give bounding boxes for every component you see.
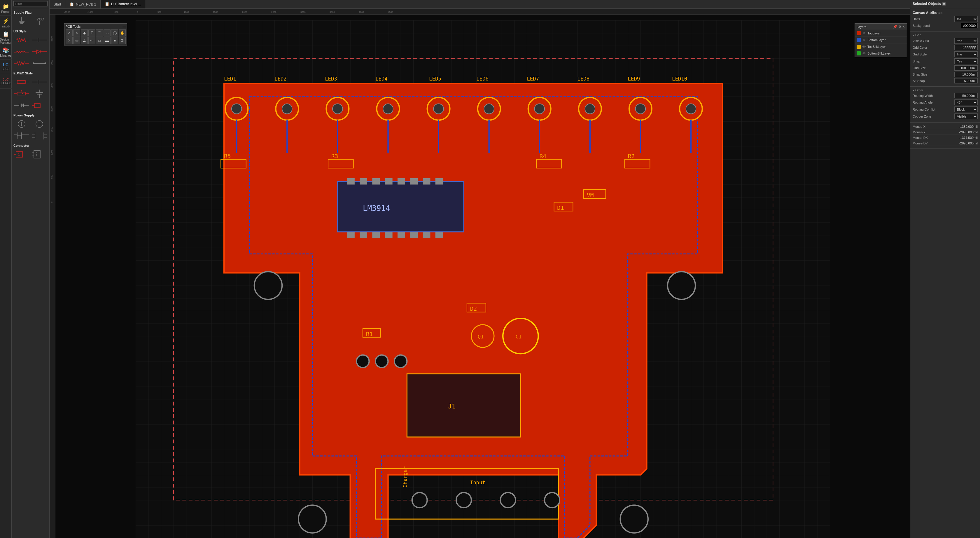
visible-grid-select[interactable]: Yes No: [955, 38, 978, 44]
tool-rect[interactable]: ▭: [73, 37, 80, 44]
grid-style-select[interactable]: line dot: [955, 51, 978, 57]
nav-project[interactable]: 📁 Project: [0, 1, 12, 16]
selected-objects-title: Selected Objects 0: [913, 2, 978, 6]
symbol-ground-circle[interactable]: [31, 119, 48, 129]
symbol-diode-us[interactable]: [31, 46, 48, 57]
power-supply-title: Power Supply: [12, 112, 49, 118]
tool-angle[interactable]: ∠: [81, 37, 88, 44]
project-icon: 📁: [3, 3, 9, 10]
symbol-resistor-eu[interactable]: [13, 77, 30, 87]
layer-topsilk[interactable]: 👁 TopSilkLayer: [855, 43, 907, 50]
svg-text:2000: 2000: [242, 11, 247, 13]
svg-text:-1000: -1000: [51, 150, 53, 156]
layers-pin-icon[interactable]: 📌: [893, 25, 897, 29]
other-title: Other: [915, 88, 923, 92]
svg-text:1500: 1500: [213, 11, 218, 13]
svg-rect-133: [360, 178, 367, 185]
tool-rect3[interactable]: ▬: [103, 37, 111, 44]
routing-conflict-select[interactable]: Block Ignore: [955, 107, 978, 112]
svg-point-179: [501, 492, 515, 508]
layer-topsilk-eye[interactable]: 👁: [862, 45, 865, 48]
symbol-capacitor-eu-2[interactable]: [31, 88, 48, 99]
lcsc-icon: LC: [3, 62, 8, 67]
svg-text:-2500: -2500: [51, 83, 53, 89]
background-color-value[interactable]: #000000: [961, 23, 978, 28]
layer-top-eye[interactable]: 👁: [862, 32, 865, 35]
nav-sidebar: 📁 Project ⚡ EELib 📋 Design Manager 📚 Lib…: [0, 0, 12, 538]
symbol-resistor-us[interactable]: [13, 35, 30, 45]
svg-text:500: 500: [158, 11, 162, 13]
svg-text:-500: -500: [51, 175, 53, 180]
symbol-capacitor-eu[interactable]: [31, 77, 48, 87]
mouse-x-row: Mouse-X -1380.000mil: [913, 124, 978, 129]
pcb-canvas[interactable]: -3500 -3000 -2500 -2000 -1500 -1000 -500…: [49, 14, 910, 538]
svg-point-120: [535, 104, 544, 114]
pcb-tools-minimize[interactable]: —: [123, 25, 126, 28]
tool-misc[interactable]: ⊡: [119, 37, 126, 44]
symbol-gnd[interactable]: [13, 16, 30, 27]
mouse-dy-row: Mouse-DY -2895.000mil: [913, 141, 978, 146]
tool-square[interactable]: ■: [111, 37, 118, 44]
tab-diy-battery[interactable]: 📋 DIY Battery level ...: [100, 0, 146, 8]
symbol-transformer[interactable]: [31, 131, 48, 141]
svg-point-116: [433, 104, 444, 114]
tool-close[interactable]: ✕: [65, 37, 73, 44]
symbol-resistor-var[interactable]: [13, 58, 30, 68]
symbol-vcc-circle[interactable]: [13, 119, 30, 129]
tool-circle[interactable]: ○: [73, 29, 80, 37]
grid-color-value[interactable]: #FFFFFF: [955, 45, 978, 50]
layers-header-icons: 📌 ⚙ ✕: [893, 25, 905, 29]
nav-jlcpcb[interactable]: JLC JLCPCB: [0, 74, 12, 89]
svg-text:-1000: -1000: [88, 11, 94, 13]
symbol-battery[interactable]: [13, 100, 30, 111]
svg-text:1: 1: [36, 104, 38, 108]
nav-design-manager[interactable]: 📋 Design Manager: [0, 30, 12, 45]
tab-new-pcb[interactable]: 📋 NEW_PCB 2: [65, 0, 100, 8]
tool-text[interactable]: T: [88, 29, 95, 37]
layer-top[interactable]: 👁 TopLayer: [855, 30, 907, 37]
symbol-capacitor-us[interactable]: [31, 35, 48, 45]
layers-panel: Layers 📌 ⚙ ✕ 👁 TopLayer: [854, 23, 907, 57]
tool-arc2[interactable]: ⌓: [103, 29, 111, 37]
layer-bottomsilk[interactable]: 👁 BottomSilkLayer: [855, 50, 907, 57]
svg-point-180: [544, 492, 560, 508]
svg-point-168: [255, 272, 282, 299]
tool-pin[interactable]: ◆: [81, 29, 88, 37]
copper-zone-select[interactable]: Visible Hidden: [955, 113, 978, 119]
tool-select[interactable]: ↗: [65, 29, 73, 37]
layer-bottom[interactable]: 👁 BottomLayer: [855, 37, 907, 43]
svg-point-114: [383, 104, 393, 114]
tool-circle2[interactable]: ◯: [111, 29, 118, 37]
nav-libraries[interactable]: 📚 Libraries: [0, 45, 12, 59]
tool-dot[interactable]: ⋯: [88, 37, 95, 44]
symbol-short[interactable]: [31, 58, 48, 68]
svg-text:-1500: -1500: [51, 127, 53, 133]
symbol-resistor-eu-2[interactable]: [13, 88, 30, 99]
routing-angle-select[interactable]: 45° 90° Free: [955, 99, 978, 105]
tool-rect2[interactable]: □: [96, 37, 103, 44]
svg-rect-147: [436, 232, 443, 238]
mouse-dx-label: Mouse-DX: [913, 136, 928, 140]
symbol-conn-2[interactable]: 1: [13, 149, 30, 159]
nav-lcsc[interactable]: LC LCSC: [0, 59, 12, 74]
layers-settings-icon[interactable]: ⚙: [898, 25, 901, 29]
symbol-dc-dc[interactable]: [13, 131, 30, 141]
mouse-dy-label: Mouse-DY: [913, 142, 928, 145]
svg-point-171: [620, 505, 648, 533]
layer-bottomsilk-eye[interactable]: 👁: [862, 52, 865, 55]
layers-close-icon[interactable]: ✕: [902, 25, 905, 29]
svg-rect-139: [436, 178, 443, 185]
units-select[interactable]: mil mm inch: [955, 16, 978, 22]
symbol-vcc[interactable]: VCC: [31, 16, 48, 27]
symbol-inductor-us[interactable]: [13, 46, 30, 57]
selected-objects-count: 0: [942, 2, 946, 6]
tool-arc1[interactable]: ⌒: [96, 29, 103, 37]
snap-select[interactable]: Yes No: [955, 58, 978, 64]
layer-bottom-eye[interactable]: 👁: [862, 38, 865, 42]
filter-input[interactable]: [13, 1, 48, 6]
nav-eelib[interactable]: ⚡ EELib: [0, 16, 12, 30]
tab-start[interactable]: Start: [49, 0, 65, 8]
symbol-conn-3[interactable]: 12: [31, 149, 48, 159]
tool-hand[interactable]: ✋: [119, 29, 126, 37]
symbol-conn-1[interactable]: 1: [31, 100, 48, 111]
